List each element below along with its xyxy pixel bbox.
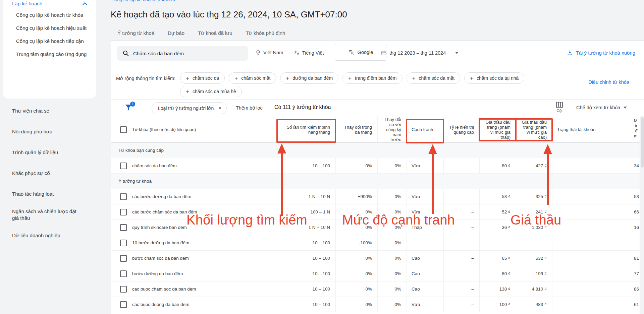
add-keyword-chip[interactable]: + chăm sóc da	[180, 72, 225, 84]
row-checkbox[interactable]	[120, 301, 127, 308]
account-status-cell	[552, 281, 632, 297]
row-checkbox[interactable]	[120, 286, 127, 293]
row-checkbox[interactable]	[120, 163, 127, 169]
sidebar-planning-items: Công cụ lập kế hoạch từ khóa Công cụ lập…	[3, 8, 96, 61]
location-selector[interactable]: Việt Nam	[256, 50, 283, 55]
bid-low-cell: 80 ₫	[479, 158, 516, 173]
row-checkbox[interactable]	[120, 270, 127, 277]
add-keyword-chip[interactable]: + dưỡng da ban đêm	[280, 72, 338, 84]
plus-icon: +	[470, 75, 473, 81]
account-status-cell	[552, 158, 632, 173]
competition-cell: Vừa	[407, 189, 443, 204]
sidebar-item-label: Công cụ lập kế hoạch từ khóa	[16, 12, 83, 18]
search-input[interactable]	[133, 51, 243, 56]
language-selector[interactable]: Tiếng Việt	[294, 50, 324, 56]
keyword-cell: cac buoc duong da ban dem	[132, 302, 189, 307]
sidebar-nav-item[interactable]: Khắc phục sự cố	[3, 163, 96, 184]
active-filter-chip[interactable]: Loại trừ ý tưởng người lớn ×	[152, 102, 227, 114]
table-row: chăm sóc da ban đêm 10 – 100 0% 0% Vừa –…	[111, 158, 644, 174]
scrollbar-thumb[interactable]	[641, 117, 644, 168]
sidebar-nav-item-label: Thao tác hàng loạt	[12, 191, 54, 197]
view-mode-label: Chế độ xem từ khóa	[576, 105, 620, 110]
sidebar-section-planning[interactable]: Lập kế hoạch	[3, 0, 96, 8]
table-row: bước dưỡng da ban đêm 10 – 100 0% 0% Cao…	[111, 266, 644, 281]
download-label: Tải ý tưởng từ khoá xuống	[576, 50, 635, 56]
row-checkbox[interactable]	[120, 209, 127, 215]
keyword-search-box[interactable]	[117, 46, 248, 61]
add-keyword-chip[interactable]: + chăm sóc da tại nhà	[464, 72, 524, 84]
sidebar-nav-item[interactable]: Thư viện chia sẻ	[3, 101, 96, 121]
volume-cell: 10 – 100	[277, 281, 335, 297]
table-row: bước chăm sóc da ban đêm 10 – 100 0% 0% …	[111, 251, 644, 266]
row-checkbox[interactable]	[120, 193, 127, 200]
change3m-cell: +900%	[335, 189, 377, 204]
chevron-down-icon	[455, 52, 459, 54]
translate-icon	[294, 50, 300, 56]
row-checkbox[interactable]	[120, 224, 127, 231]
col-header-bid-low[interactable]: Giá thầu đầu trang (phạm vi mức giá thấp…	[479, 117, 516, 142]
bid-low-cell: 138 ₫	[479, 281, 516, 297]
sidebar-nav-item[interactable]: Dữ liệu doanh nghiệp	[3, 225, 96, 246]
tab[interactable]: Ý tưởng từ khoá	[111, 26, 161, 41]
impression-share-cell: –	[443, 297, 479, 312]
keyword-cell: chăm sóc da ban đêm	[132, 163, 177, 168]
sidebar-item[interactable]: Công cụ lập kế hoạch tiếp cận	[3, 35, 96, 48]
impression-share-cell: –	[443, 235, 479, 250]
download-keywords-link[interactable]: Tải ý tưởng từ khoá xuống	[567, 50, 635, 56]
col-header-account-status[interactable]: Trạng thái tài khoản	[552, 117, 632, 142]
add-keyword-chip[interactable]: + chăm sóc da mùa hè	[180, 86, 242, 97]
breadcrumb[interactable]: Công cụ lập kế hoạch từ khóa >	[111, 0, 176, 2]
sidebar-nav-item[interactable]: Thao tác hàng loạt	[3, 184, 96, 204]
table-row: các bước chăm sóc da ban đêm 100 – 1 N 0…	[111, 204, 644, 220]
network-selector[interactable]: Google	[335, 44, 386, 61]
row-checkbox[interactable]	[120, 240, 127, 246]
add-keyword-chip[interactable]: + trang điểm ban đêm	[342, 72, 402, 84]
view-mode-selector[interactable]: Chế độ xem từ khóa	[576, 105, 627, 110]
keyword-cell: cac buoc cham soc da ban dem	[132, 287, 196, 292]
sidebar-nav-item[interactable]: Nội dung phù hợp	[3, 121, 96, 142]
col-header-yoy[interactable]: Thay đổi so với cùng kỳ năm trước	[377, 117, 407, 142]
add-filter-button[interactable]: Thêm bộ lọc	[236, 105, 263, 111]
select-all-checkbox[interactable]	[120, 126, 127, 133]
filter-funnel-button[interactable]: 1	[124, 103, 133, 113]
chip-label: dưỡng da ban đêm	[292, 75, 333, 81]
tab[interactable]: Từ khóa phủ định	[239, 26, 292, 41]
row-checkbox[interactable]	[120, 255, 127, 262]
sidebar-item-label: Công cụ lập kế hoạch tiếp cận	[16, 38, 84, 44]
col-header-change3m[interactable]: Thay đổi trong ba tháng	[335, 117, 377, 142]
sidebar-nav-item[interactable]: Trình quản lý dữ liệu	[3, 142, 96, 163]
date-range-selector[interactable]: thg 12 2023 – thg 11 2024	[381, 50, 459, 56]
add-keyword-chip[interactable]: + chăm sóc da mặt	[407, 72, 461, 84]
col-header-bid-high[interactable]: Giá thầu đầu trang (phạm vi mức giá cao)	[516, 117, 552, 142]
bid-high-cell: 483 ₫	[516, 297, 552, 312]
adjust-keywords-link[interactable]: Điều chỉnh từ khóa	[588, 78, 630, 86]
sidebar-item[interactable]: Công cụ lập kế hoạch hiệu suất	[3, 21, 96, 35]
columns-button[interactable]: Cột	[552, 102, 567, 113]
sidebar-item[interactable]: Công cụ lập kế hoạch từ khóa	[3, 8, 96, 21]
sidebar-item[interactable]: Trung tâm quảng cáo ứng dụng	[3, 48, 96, 61]
close-icon[interactable]: ×	[218, 105, 222, 112]
keyword-ideas-count: Có 111 ý tưởng từ khóa	[274, 104, 331, 110]
col-header-volume[interactable]: Số lần tìm kiếm tr.bình hàng tháng	[277, 117, 335, 142]
yoy-cell: 0%	[377, 281, 407, 297]
plus-icon: +	[234, 75, 238, 81]
plus-icon: +	[186, 75, 189, 81]
tab[interactable]: Từ khoá đã lưu	[191, 26, 239, 41]
keyword-cell: bước dưỡng da ban đêm	[132, 271, 183, 276]
yoy-cell: 0%	[377, 266, 407, 281]
col-header-competition[interactable]: Cạnh tranh	[407, 117, 443, 142]
sidebar-nav-item-label: Khắc phục sự cố	[12, 170, 50, 177]
plus-icon: +	[186, 89, 189, 95]
add-keyword-chip[interactable]: + chăm sóc mặt	[229, 72, 276, 84]
col-header-impression-share[interactable]: Tỷ lệ hiển thị quảng cáo	[443, 117, 479, 142]
expand-search-row: Mở rộng thông tin tìm kiếm: + chăm sóc d…	[111, 67, 644, 99]
account-status-cell	[552, 235, 632, 250]
sidebar-planning-card: Lập kế hoạch Công cụ lập kế hoạch từ khó…	[3, 0, 96, 99]
change3m-cell: 0%	[335, 251, 377, 266]
main-content: Công cụ lập kế hoạch từ khóa > Kế hoạch …	[111, 0, 644, 314]
tab[interactable]: Dự báo	[161, 26, 191, 41]
yoy-cell: 0%	[377, 251, 407, 266]
vertical-scrollbar[interactable]	[640, 116, 644, 314]
sidebar-nav-item[interactable]: Ngân sách và chiến lược đặt giá thầu	[3, 204, 96, 225]
competition-cell: Thấp	[407, 220, 443, 235]
